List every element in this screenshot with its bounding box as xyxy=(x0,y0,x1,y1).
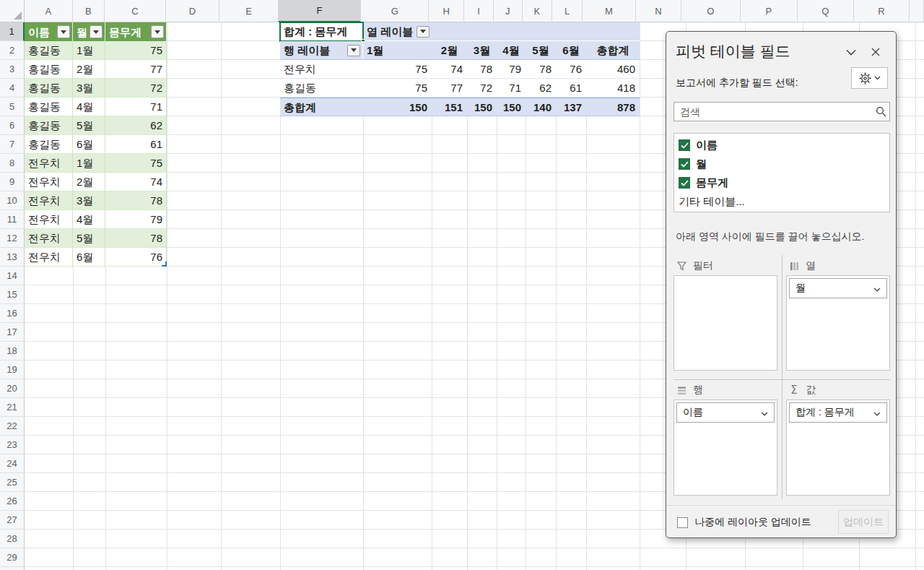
row-header-27[interactable]: 27 xyxy=(0,511,25,530)
table-cell[interactable]: 75 xyxy=(105,41,167,60)
row-header-22[interactable]: 22 xyxy=(0,417,25,436)
chevron-down-icon[interactable] xyxy=(873,282,881,294)
column-header-J[interactable]: J xyxy=(494,0,523,22)
column-header-N[interactable]: N xyxy=(636,0,682,22)
pivot-row-total-cell[interactable]: 460 xyxy=(586,60,640,79)
column-header-B[interactable]: B xyxy=(73,0,105,22)
field-pill-이름[interactable]: 이름 xyxy=(676,402,775,423)
row-header-21[interactable]: 21 xyxy=(0,398,25,417)
row-header-17[interactable]: 17 xyxy=(0,323,25,342)
pivot-value-cell[interactable]: 75 xyxy=(363,79,432,98)
table-cell[interactable]: 5월 xyxy=(73,229,105,248)
pivot-value-cell[interactable]: 151 xyxy=(432,98,467,117)
row-header-12[interactable]: 12 xyxy=(0,229,25,248)
table-cell[interactable]: 홍길동 xyxy=(25,116,73,135)
field-pill-월[interactable]: 월 xyxy=(789,278,887,298)
table-cell[interactable]: 1월 xyxy=(73,154,105,173)
pivot-value-cell[interactable]: 61 xyxy=(556,79,586,98)
table-cell[interactable]: 71 xyxy=(105,98,167,116)
table-header-cell[interactable]: 이름 xyxy=(25,22,73,41)
column-header-I[interactable]: I xyxy=(464,0,494,22)
table-cell[interactable]: 61 xyxy=(105,135,167,154)
table-cell[interactable]: 홍길동 xyxy=(25,135,73,154)
pivot-value-cell[interactable]: 62 xyxy=(526,79,556,98)
pivot-row-filter-button[interactable] xyxy=(347,45,360,56)
values-drop-zone[interactable]: 합계 : 몸무게 xyxy=(786,400,890,496)
pivot-value-cell[interactable]: 137 xyxy=(556,98,586,117)
column-header-R[interactable]: R xyxy=(854,0,910,22)
table-cell[interactable]: 78 xyxy=(105,191,167,210)
pivot-row-total-cell[interactable]: 878 xyxy=(586,98,640,117)
pivot-grandtotal-column-header[interactable]: 총합계 xyxy=(586,41,640,60)
rows-drop-zone[interactable]: 이름 xyxy=(674,400,777,496)
pivot-row-label[interactable]: 홍길동 xyxy=(280,79,363,98)
table-cell[interactable]: 전우치 xyxy=(25,248,73,267)
pivot-column-labels-cell[interactable]: 열 레이블 xyxy=(363,22,432,41)
update-button[interactable]: 업데이트 xyxy=(838,510,889,534)
row-header-5[interactable]: 5 xyxy=(0,98,25,116)
column-header-A[interactable]: A xyxy=(25,0,73,22)
pivot-value-cell[interactable]: 78 xyxy=(467,60,497,79)
row-header-18[interactable]: 18 xyxy=(0,342,25,360)
table-resize-handle[interactable] xyxy=(162,262,167,267)
column-header-L[interactable]: L xyxy=(552,0,583,22)
row-header-11[interactable]: 11 xyxy=(0,210,25,229)
table-cell[interactable]: 홍길동 xyxy=(25,79,73,98)
table-cell[interactable]: 홍길동 xyxy=(25,41,73,60)
row-header-8[interactable]: 8 xyxy=(0,154,25,173)
chevron-down-icon[interactable] xyxy=(761,407,768,418)
table-cell[interactable]: 홍길동 xyxy=(25,60,73,79)
table-cell[interactable]: 전우치 xyxy=(25,154,73,173)
column-header-K[interactable]: K xyxy=(523,0,553,22)
row-header-28[interactable]: 28 xyxy=(0,530,25,548)
table-filter-button[interactable] xyxy=(151,25,164,38)
table-cell[interactable]: 72 xyxy=(105,79,167,98)
pivot-header-band[interactable] xyxy=(432,22,640,41)
pivot-value-cell[interactable]: 140 xyxy=(526,98,556,117)
field-checkbox[interactable] xyxy=(679,139,690,151)
table-header-cell[interactable]: 몸무게 xyxy=(105,22,167,41)
pivot-row-total-cell[interactable]: 418 xyxy=(586,79,640,98)
row-header-9[interactable]: 9 xyxy=(0,173,25,191)
table-cell[interactable]: 5월 xyxy=(73,116,105,135)
search-icon[interactable] xyxy=(872,106,889,117)
field-item-월[interactable]: 월 xyxy=(674,155,889,173)
row-header-23[interactable]: 23 xyxy=(0,436,25,454)
column-header-O[interactable]: O xyxy=(681,0,740,22)
row-header-15[interactable]: 15 xyxy=(0,285,25,304)
pivot-value-cell[interactable]: 150 xyxy=(497,98,526,117)
pivot-value-cell[interactable]: 78 xyxy=(526,60,556,79)
row-header-6[interactable]: 6 xyxy=(0,116,25,135)
column-header-P[interactable]: P xyxy=(741,0,798,22)
pivot-column-header[interactable]: 4월 xyxy=(497,41,526,60)
row-header-4[interactable]: 4 xyxy=(0,79,25,98)
pivot-row-labels-cell[interactable]: 행 레이블 xyxy=(280,41,363,60)
column-header-G[interactable]: G xyxy=(361,0,429,22)
table-filter-button[interactable] xyxy=(90,25,103,38)
row-header-7[interactable]: 7 xyxy=(0,135,25,154)
row-header-25[interactable]: 25 xyxy=(0,473,25,492)
row-header-19[interactable]: 19 xyxy=(0,360,25,379)
table-cell[interactable]: 전우치 xyxy=(25,210,73,229)
column-header-H[interactable]: H xyxy=(429,0,464,22)
pane-collapse-button[interactable] xyxy=(844,45,858,59)
field-item-몸무게[interactable]: 몸무게 xyxy=(674,173,889,192)
row-header-13[interactable]: 13 xyxy=(0,248,25,267)
filter-drop-zone[interactable] xyxy=(674,275,777,371)
pivot-value-cell[interactable]: 76 xyxy=(556,60,586,79)
table-cell[interactable]: 전우치 xyxy=(25,229,73,248)
table-cell[interactable]: 62 xyxy=(105,116,167,135)
row-header-10[interactable]: 10 xyxy=(0,191,25,210)
column-header-Q[interactable]: Q xyxy=(798,0,854,22)
row-header-1[interactable]: 1 xyxy=(0,22,25,41)
column-header-F[interactable]: F xyxy=(279,0,361,22)
table-cell[interactable]: 75 xyxy=(105,154,167,173)
row-header-14[interactable]: 14 xyxy=(0,267,25,285)
chevron-down-icon[interactable] xyxy=(873,407,881,418)
field-item-이름[interactable]: 이름 xyxy=(674,136,889,155)
columns-drop-zone[interactable]: 월 xyxy=(786,275,890,371)
row-header-20[interactable]: 20 xyxy=(0,379,25,398)
column-header-E[interactable]: E xyxy=(219,0,278,22)
pivot-column-header[interactable]: 1월 xyxy=(363,41,432,60)
column-header-D[interactable]: D xyxy=(166,0,220,22)
